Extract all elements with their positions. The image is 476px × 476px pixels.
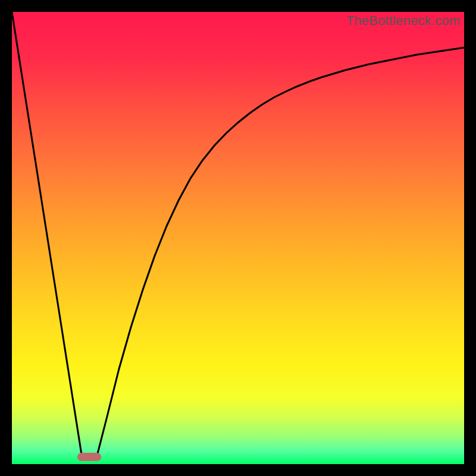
- watermark-label: TheBottleneck.com: [346, 13, 461, 29]
- chart-left-line: [12, 12, 82, 458]
- chart-overlay: [12, 12, 464, 464]
- chart-plot-area: TheBottleneck.com: [12, 12, 464, 464]
- chart-minimum-marker: [77, 453, 101, 461]
- chart-right-curve: [96, 48, 464, 458]
